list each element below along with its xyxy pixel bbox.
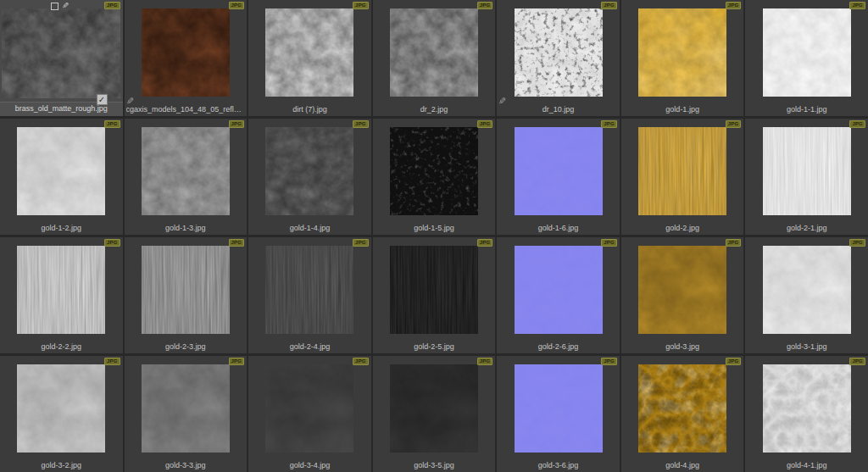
file-cell-gold-3-5[interactable]: JPG gold-3-5.jpg <box>373 356 496 472</box>
file-format-badge: JPG <box>726 2 742 9</box>
pencil-indicator-icon: ✎ <box>498 97 506 106</box>
file-format-badge: JPG <box>601 358 617 365</box>
file-format-badge: JPG <box>477 120 493 128</box>
file-cell-gold-1-3[interactable]: JPG gold-1-3.jpg <box>125 119 248 235</box>
file-cell-gold-3-3[interactable]: JPG gold-3-3.jpg <box>125 356 248 472</box>
file-cell-gold-3-2[interactable]: JPG gold-3-2.jpg <box>0 356 123 472</box>
file-cell-gold-2[interactable]: JPG gold-2.jpg <box>621 119 744 235</box>
file-format-badge: JPG <box>229 120 245 128</box>
file-cell-gold-2-1[interactable]: JPG gold-2-1.jpg <box>745 119 868 235</box>
asset-browser-content-panel: ✎ JPG ✓ brass_old_matte_rough.jpg ✎ JPG … <box>0 0 868 472</box>
file-format-badge: JPG <box>477 2 493 9</box>
filename-label: gold-1-6.jpg <box>498 224 618 232</box>
filename-label: gold-2-1.jpg <box>747 224 866 232</box>
texture-thumbnail[interactable] <box>763 364 851 453</box>
file-format-badge: JPG <box>601 239 617 247</box>
file-cell-gold-2-4[interactable]: JPG gold-2-4.jpg <box>248 237 371 353</box>
filename-label: gold-3-6.jpg <box>498 461 618 469</box>
file-cell-gold-4-1[interactable]: JPG gold-4-1.jpg <box>745 356 868 472</box>
texture-thumbnail[interactable] <box>142 8 230 97</box>
texture-thumbnail[interactable] <box>17 364 105 453</box>
filename-label: gold-1-4.jpg <box>250 224 370 232</box>
filename-label: gold-3-4.jpg <box>250 461 370 469</box>
filename-label: gold-2-5.jpg <box>375 342 494 351</box>
texture-thumbnail[interactable] <box>638 8 726 97</box>
file-cell-gold-2-2[interactable]: JPG gold-2-2.jpg <box>0 237 123 353</box>
file-format-badge: JPG <box>849 358 865 365</box>
file-cell-gold-4[interactable]: JPG gold-4.jpg <box>621 356 744 472</box>
texture-thumbnail[interactable] <box>390 364 478 453</box>
filename-label: gold-3-5.jpg <box>375 461 494 469</box>
texture-thumbnail[interactable] <box>17 246 105 334</box>
pencil-indicator-icon: ✎ <box>126 97 134 106</box>
texture-thumbnail[interactable] <box>265 364 353 453</box>
file-format-badge: JPG <box>104 2 120 9</box>
texture-thumbnail[interactable] <box>142 364 230 453</box>
file-cell-gold-3[interactable]: JPG gold-3.jpg <box>621 237 744 353</box>
file-format-badge: JPG <box>229 358 245 365</box>
texture-thumbnail[interactable] <box>638 246 726 334</box>
file-cell-gold-1-2[interactable]: JPG gold-1-2.jpg <box>0 119 123 235</box>
texture-thumbnail[interactable] <box>265 8 353 97</box>
texture-thumbnail[interactable] <box>265 246 353 334</box>
file-format-badge: JPG <box>726 239 742 247</box>
file-cell-gold-1-6[interactable]: JPG gold-1-6.jpg <box>497 119 620 235</box>
file-cell-gold-2-6[interactable]: JPG gold-2-6.jpg <box>497 237 620 353</box>
texture-thumbnail[interactable] <box>17 127 105 215</box>
normal-map-thumbnail[interactable] <box>515 364 603 453</box>
filename-label: cgaxis_models_104_48_05_reflect.jpg <box>126 105 246 114</box>
texture-thumbnail[interactable] <box>2 8 120 98</box>
file-cell-gold-2-3[interactable]: JPG gold-2-3.jpg <box>125 237 248 353</box>
file-cell-dirt-7[interactable]: JPG dirt (7).jpg <box>248 0 371 116</box>
texture-thumbnail[interactable] <box>265 127 353 215</box>
filename-label: dr_10.jpg <box>498 105 618 114</box>
file-cell-gold-3-4[interactable]: JPG gold-3-4.jpg <box>248 356 371 472</box>
filename-label: gold-3-2.jpg <box>2 461 121 469</box>
file-format-badge: JPG <box>601 2 617 9</box>
texture-thumbnail[interactable] <box>142 246 230 334</box>
file-cell-gold-3-6[interactable]: JPG gold-3-6.jpg <box>497 356 620 472</box>
file-format-badge: JPG <box>849 239 865 247</box>
file-format-badge: JPG <box>104 120 120 128</box>
filename-label: gold-4.jpg <box>623 461 743 469</box>
texture-thumbnail[interactable] <box>390 8 478 97</box>
texture-thumbnail[interactable] <box>763 8 851 97</box>
filename-label: gold-2-3.jpg <box>126 342 246 351</box>
file-format-badge: JPG <box>726 358 742 365</box>
texture-thumbnail[interactable] <box>638 364 726 453</box>
normal-map-thumbnail[interactable] <box>515 127 603 215</box>
file-cell-gold-1-1[interactable]: JPG gold-1-1.jpg <box>745 0 868 116</box>
filename-label: dirt (7).jpg <box>250 105 370 114</box>
texture-thumbnail[interactable] <box>390 127 478 215</box>
texture-thumbnail[interactable] <box>515 8 603 97</box>
file-cell-gold-1[interactable]: JPG gold-1.jpg <box>621 0 744 116</box>
file-format-badge: JPG <box>104 358 120 365</box>
texture-thumbnail[interactable] <box>142 127 230 215</box>
filename-label: gold-1-2.jpg <box>2 224 121 232</box>
file-format-badge: JPG <box>601 120 617 128</box>
file-cell-dr-10[interactable]: ✎ JPG dr_10.jpg <box>497 0 620 116</box>
texture-thumbnail[interactable] <box>638 127 726 215</box>
file-format-badge: JPG <box>353 239 369 247</box>
normal-map-thumbnail[interactable] <box>515 246 603 334</box>
filename-label: gold-2-6.jpg <box>498 342 618 351</box>
file-cell-gold-1-5[interactable]: JPG gold-1-5.jpg <box>373 119 496 235</box>
file-format-badge: JPG <box>353 358 369 365</box>
file-format-badge: JPG <box>229 239 245 247</box>
file-cell-gold-1-4[interactable]: JPG gold-1-4.jpg <box>248 119 371 235</box>
filename-label: gold-1-5.jpg <box>375 224 494 232</box>
file-cell-gold-3-1[interactable]: JPG gold-3-1.jpg <box>745 237 868 353</box>
file-cell-gold-2-5[interactable]: JPG gold-2-5.jpg <box>373 237 496 353</box>
file-cell-dr-2[interactable]: JPG dr_2.jpg <box>373 0 496 116</box>
texture-thumbnail[interactable] <box>763 246 851 334</box>
texture-thumbnail[interactable] <box>763 127 851 215</box>
texture-thumbnail[interactable] <box>390 246 478 334</box>
file-format-badge: JPG <box>849 120 865 128</box>
filename-label: gold-2-2.jpg <box>2 342 121 351</box>
file-format-badge: JPG <box>849 2 865 9</box>
filename-label: gold-1-3.jpg <box>126 224 246 232</box>
file-cell-cgaxis-reflect[interactable]: ✎ JPG cgaxis_models_104_48_05_reflect.jp… <box>125 0 248 116</box>
approve-checkbox[interactable]: ✓ <box>97 94 108 105</box>
file-format-badge: JPG <box>726 120 742 128</box>
file-cell-brass-old-matte-rough[interactable]: ✎ JPG ✓ brass_old_matte_rough.jpg <box>0 0 123 116</box>
